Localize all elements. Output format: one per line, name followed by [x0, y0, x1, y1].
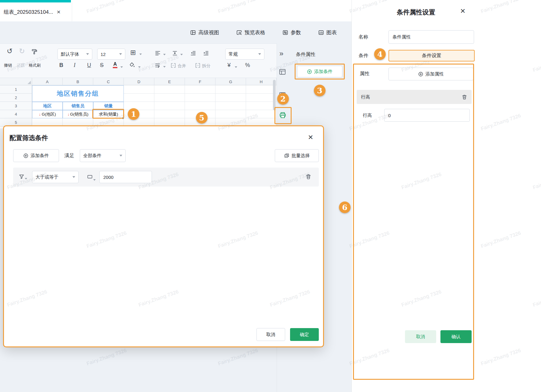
row-header-3[interactable]: 3 — [0, 102, 32, 110]
panel-confirm-label: 确认 — [451, 334, 461, 340]
column-header-d[interactable]: D — [124, 78, 154, 85]
cell-attributes-icon[interactable] — [278, 68, 286, 76]
collapse-panel-icon[interactable]: » — [279, 50, 283, 57]
modal-close-icon[interactable]: × — [308, 133, 313, 142]
row-height-input[interactable] — [384, 109, 470, 122]
indent-decrease-icon[interactable] — [190, 50, 196, 56]
font-color-button[interactable]: A — [113, 61, 117, 68]
cell-c4-selected[interactable]: 求和(销量) — [93, 110, 124, 118]
batch-select-button[interactable]: 批量选择 — [275, 149, 319, 162]
percent-format-button[interactable]: % — [245, 62, 250, 68]
condition-attributes-icon[interactable] — [278, 111, 287, 120]
chevron-down-icon[interactable] — [163, 54, 166, 55]
modal-cancel-label: 取消 — [266, 332, 275, 338]
spreadsheet: A B C D E F G H 1 2 3 4 5 地区销售分组 地区 销售员 … — [0, 78, 277, 128]
add-attribute-label: 添加属性 — [425, 71, 444, 77]
chevron-down-icon[interactable] — [180, 54, 183, 55]
chevron-down-icon[interactable] — [139, 54, 142, 55]
italic-button[interactable]: I — [74, 62, 75, 68]
chevron-down-icon[interactable] — [93, 179, 96, 181]
value-type-icon[interactable] — [87, 174, 93, 179]
align-vertical-icon[interactable] — [172, 50, 178, 56]
add-attribute-button[interactable]: 添加属性 — [388, 68, 473, 80]
column-header-g[interactable]: G — [215, 78, 246, 85]
modal-cancel-button[interactable]: 取消 — [256, 328, 285, 341]
trash-icon[interactable] — [305, 174, 311, 180]
vertical-scrollbar[interactable] — [273, 80, 276, 110]
chevron-down-icon[interactable] — [163, 66, 166, 68]
font-family-value: 默认字体 — [61, 51, 79, 57]
panel-confirm-button[interactable]: 确认 — [440, 330, 472, 343]
column-header-e[interactable]: E — [154, 78, 185, 85]
font-size-select[interactable]: 12 — [97, 49, 125, 60]
row-header-1[interactable]: 1 — [0, 85, 32, 94]
cell-c4-text: 求和(销量) — [99, 112, 118, 117]
add-condition-panel-button[interactable]: 添加条件 — [297, 66, 342, 77]
trash-icon[interactable] — [462, 94, 467, 100]
panel-cancel-button[interactable]: 取消 — [405, 330, 436, 343]
plus-circle-icon — [23, 153, 28, 158]
condition-value-input[interactable] — [99, 171, 152, 183]
modal-confirm-label: 确定 — [300, 332, 309, 338]
advanced-view-button[interactable]: 高级视图 — [190, 29, 219, 36]
bold-button[interactable]: B — [59, 62, 63, 68]
top-action-bar: 高级视图 预览表格 参数 图表 — [0, 21, 351, 43]
cell-a4[interactable]: ↓ G(地区) — [32, 110, 63, 118]
column-header-f[interactable]: F — [185, 78, 215, 85]
column-header-h[interactable]: H — [246, 78, 277, 85]
operator-select[interactable]: 大于或等于 — [32, 171, 79, 183]
modal-confirm-button[interactable]: 确定 — [290, 328, 319, 341]
attribute-row[interactable]: 行高 — [357, 90, 472, 104]
cell-b3[interactable]: 销售员 — [63, 102, 93, 110]
settings-close-icon[interactable]: × — [460, 7, 465, 15]
undo-icon[interactable]: ↺ — [7, 48, 13, 55]
cell-a3[interactable]: 地区 — [32, 102, 63, 110]
merge-cells-icon — [170, 63, 176, 68]
condition-setting-button[interactable]: 条件设置 — [388, 50, 475, 61]
tab-close-icon[interactable]: × — [57, 8, 61, 16]
match-mode-value: 全部条件 — [83, 153, 101, 159]
borders-icon[interactable]: ⊞ — [130, 49, 136, 56]
column-header-c[interactable]: C — [93, 78, 124, 85]
condition-name-input[interactable] — [388, 30, 474, 44]
redo-label: 还原 — [17, 63, 25, 68]
params-button[interactable]: 参数 — [282, 29, 301, 36]
filter-icon[interactable] — [19, 174, 25, 180]
strikethrough-button[interactable]: S — [100, 62, 104, 68]
annotation-badge-2: 2 — [277, 93, 289, 105]
wrap-text-icon[interactable] — [155, 63, 161, 68]
select-all-corner[interactable] — [0, 78, 32, 85]
fill-handle[interactable] — [122, 117, 124, 119]
indent-increase-icon[interactable] — [203, 50, 209, 56]
chevron-down-icon[interactable] — [138, 66, 141, 68]
params-icon — [282, 30, 288, 35]
currency-format-button[interactable]: ¥ — [227, 62, 231, 68]
cell-b4[interactable]: ↓ G(销售员) — [63, 110, 93, 118]
sort-arrow-icon: ↓ — [68, 112, 70, 116]
underline-button[interactable]: U — [87, 62, 91, 68]
modal-add-condition-button[interactable]: 添加条件 — [13, 149, 59, 162]
fill-color-icon[interactable] — [129, 62, 135, 68]
format-painter-icon[interactable] — [31, 48, 38, 55]
align-horizontal-icon[interactable] — [155, 50, 161, 56]
column-header-b[interactable]: B — [63, 78, 93, 85]
row-header-2[interactable]: 2 — [0, 94, 32, 102]
row-header-4[interactable]: 4 — [0, 110, 32, 118]
chevron-down-icon[interactable] — [235, 66, 237, 68]
filter-condition-modal: 配置筛选条件 × 添加条件 满足 全部条件 批量选择 大于或等于 取消 确定 — [3, 125, 324, 347]
chevron-down-icon[interactable] — [120, 66, 123, 68]
tab-active-indicator — [0, 0, 71, 2]
cell-title-merged[interactable]: 地区销售分组 — [32, 85, 124, 102]
redo-icon[interactable]: ↻ — [19, 48, 25, 55]
format-painter-label[interactable]: 格式刷 — [29, 63, 41, 68]
match-mode-select[interactable]: 全部条件 — [80, 149, 126, 162]
undo-label[interactable]: 撤销 — [4, 63, 12, 68]
preview-table-button[interactable]: 预览表格 — [236, 29, 265, 36]
document-tab[interactable]: 组表_20250325104... × — [0, 2, 72, 21]
column-header-a[interactable]: A — [32, 78, 63, 85]
chart-button[interactable]: 图表 — [318, 29, 337, 36]
font-family-select[interactable]: 默认字体 — [57, 49, 92, 60]
cell-c3[interactable]: 销量 — [93, 102, 124, 110]
number-format-select[interactable]: 常规 — [225, 49, 264, 60]
chevron-down-icon — [258, 53, 261, 55]
